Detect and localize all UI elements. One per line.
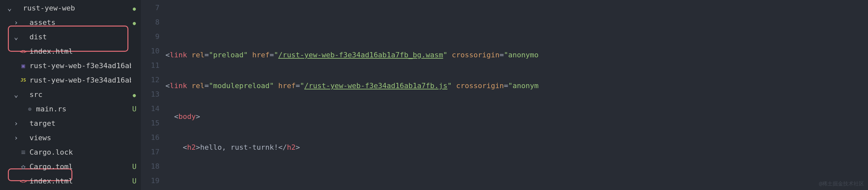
tree-item-rust-yew-web[interactable]: ⌄rust-yew-web● [0,1,141,15]
watermark: @稀土掘金技术社区 [819,181,864,187]
tree-item-dist[interactable]: ⌄dist [0,30,141,44]
line-number: 12 [141,73,159,87]
html-icon: <> [19,178,28,184]
tree-label: src [29,90,131,99]
js-icon: JS [19,77,28,83]
chevron-icon: ⌄ [13,90,19,99]
chevron-icon: › [13,119,19,127]
git-status: ● [131,18,137,27]
tree-item-src[interactable]: ⌄src● [0,87,141,101]
file-explorer: ⌄rust-yew-web●›assets●⌄dist<>index.html▣… [0,0,141,190]
code-line-10: <body> [165,109,868,124]
tree-label: index.html [29,47,131,55]
code-line-11: <h2>hello, rust-turnk!</h2> [165,140,868,155]
code-line-8: <link rel="preload" href="/rust-yew-web-… [165,48,868,62]
tree-label: rust-yew-web-f3e34ad16ab1a7fb_bg.wasm [29,62,131,70]
tree-item-index-html[interactable]: <>index.htmlU [0,173,141,188]
code-content[interactable]: <link rel="preload" href="/rust-yew-web-… [165,0,868,190]
tree-item-assets[interactable]: ›assets● [0,15,141,30]
chevron-icon: › [13,18,19,27]
rs-icon: ⊕ [26,105,34,113]
line-number: 14 [141,101,159,116]
tree-label: Cargo.toml [29,162,131,171]
code-line-7 [165,17,868,31]
tree-label: rust-yew-web [23,4,131,12]
git-status: U [131,105,137,113]
git-status: ● [131,90,137,99]
tree-label: assets [29,18,131,27]
git-status: U [131,177,137,185]
line-gutter: 78910111213141516171819 [141,0,165,190]
tree-label: dist [29,33,131,41]
tree-label: index.html [29,177,131,185]
line-number: 19 [141,173,159,188]
chevron-icon: ⌄ [6,4,12,12]
wasm-icon: ▣ [19,62,28,69]
line-number: 13 [141,87,159,101]
git-status: ● [131,4,137,12]
lines-icon: ≡ [19,148,28,156]
line-number: 7 [141,1,159,15]
html-icon: <> [19,48,28,55]
tree-label: Cargo.lock [29,148,131,156]
line-number: 8 [141,15,159,30]
line-number: 15 [141,116,159,130]
tree-item-main-rs[interactable]: ⊕main.rsU [0,101,141,116]
tree-item-cargo-lock[interactable]: ≡Cargo.lock [0,145,141,159]
tree-label: main.rs [36,105,131,113]
tree-item-views[interactable]: ›views [0,130,141,145]
tree-item-target[interactable]: ›target [0,116,141,130]
gear-icon: ✿ [19,162,28,171]
chevron-icon: ⌄ [13,33,19,41]
git-status: U [131,162,137,171]
chevron-icon: › [13,134,19,142]
line-number: 17 [141,145,159,159]
line-number: 18 [141,159,159,173]
tree-item-cargo-toml[interactable]: ✿Cargo.tomlU [0,159,141,173]
tree-item-rust-yew-web-f3e34ad16ab1a7fb-bg-wasm[interactable]: ▣rust-yew-web-f3e34ad16ab1a7fb_bg.wasm [0,58,141,73]
code-line-12 [165,171,868,185]
tree-label: target [29,119,131,127]
line-number: 11 [141,58,159,73]
code-line-9: <link rel="modulepreload" href="/rust-ye… [165,78,868,93]
line-number: 10 [141,44,159,58]
line-number: 16 [141,130,159,145]
tree-item-index-html[interactable]: <>index.html [0,44,141,58]
tree-label: rust-yew-web-f3e34ad16ab1a7fb.js [29,76,131,84]
tree-item-rust-yew-web-f3e34ad16ab1a7fb-js[interactable]: JSrust-yew-web-f3e34ad16ab1a7fb.js [0,73,141,87]
tree-label: views [29,134,131,142]
code-editor[interactable]: 78910111213141516171819 <link rel="prelo… [141,0,868,190]
line-number: 9 [141,30,159,44]
